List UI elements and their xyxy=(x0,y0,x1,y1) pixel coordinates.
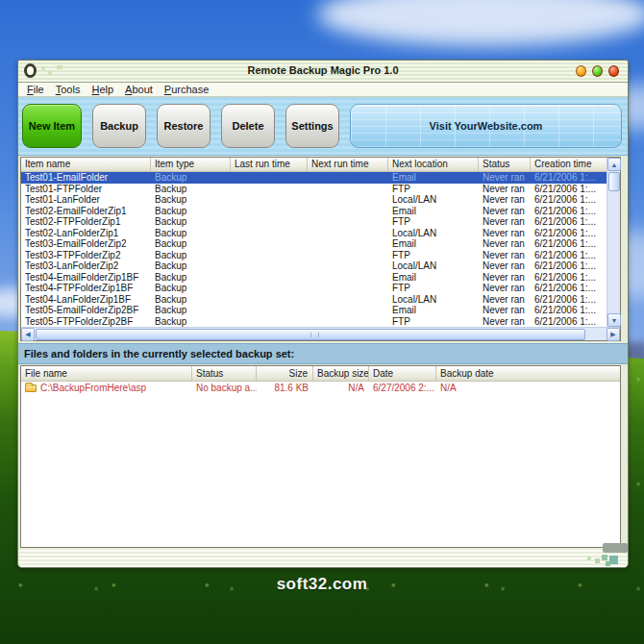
column-header[interactable]: Size xyxy=(257,366,313,381)
cell-backup_date: N/A xyxy=(436,382,511,394)
cell-size: 81.6 KB xyxy=(257,382,313,394)
column-header[interactable]: Next location xyxy=(388,158,479,171)
menu-item-about[interactable]: About xyxy=(125,84,153,95)
cell-location: FTP xyxy=(388,184,479,195)
table-row[interactable]: Test02-EmailFolderZip1BackupEmailNever r… xyxy=(21,206,607,217)
delete-button[interactable]: Delete xyxy=(221,104,275,148)
menu-item-tools[interactable]: Tools xyxy=(56,84,81,95)
table-row[interactable]: Test04-LanFolderZip1BFBackupLocal/LANNev… xyxy=(21,294,607,306)
cell-next_run xyxy=(308,172,388,184)
cell-type: Backup xyxy=(151,194,231,206)
vertical-scrollbar-thumb[interactable] xyxy=(608,172,620,191)
table-row[interactable]: Test04-FTPFolderZip1BFBackupFTPNever ran… xyxy=(21,283,607,294)
minimize-button[interactable] xyxy=(576,65,586,77)
horizontal-scrollbar-thumb[interactable] xyxy=(36,329,585,340)
cell-created: 6/21/2006 1:... xyxy=(531,172,607,184)
scroll-up-button[interactable]: ▲ xyxy=(607,158,621,171)
cell-name: Test02-FTPFolderZip1 xyxy=(21,216,151,228)
cell-status: Never ran xyxy=(479,184,531,195)
table-row[interactable]: Test01-EmailFolderBackupEmailNever ran6/… xyxy=(21,172,607,184)
cell-next_run xyxy=(308,184,388,195)
table-row[interactable]: Test03-FTPFolderZip2BackupFTPNever ran6/… xyxy=(21,250,607,261)
menu-item-file[interactable]: File xyxy=(27,84,44,95)
desktop: soft32.com Remote Backup Magic Pro 1.0 F… xyxy=(0,0,644,644)
column-header[interactable]: Last run time xyxy=(231,158,308,171)
cell-location: Local/LAN xyxy=(388,228,479,239)
table-row[interactable]: Test02-LanFolderZip1BackupLocal/LANNever… xyxy=(21,228,607,239)
menu-item-purchase[interactable]: Purchase xyxy=(164,84,209,95)
cell-status: Never ran xyxy=(479,194,531,206)
horizontal-scrollbar[interactable]: ◀ ▶ xyxy=(21,327,620,340)
scroll-down-button[interactable]: ▼ xyxy=(607,313,621,327)
settings-button[interactable]: Settings xyxy=(285,104,339,148)
scroll-left-button[interactable]: ◀ xyxy=(21,328,35,341)
column-header[interactable]: Backup size xyxy=(313,366,369,381)
cell-name: Test04-LanFolderZip1BF xyxy=(21,294,151,306)
table-row[interactable]: Test03-LanFolderZip2BackupLocal/LANNever… xyxy=(21,260,607,272)
column-header[interactable]: Backup date xyxy=(436,366,511,381)
backup-table-header: Item nameItem typeLast run timeNext run … xyxy=(21,158,607,172)
column-header[interactable]: Item name xyxy=(21,158,151,171)
cell-status: Never ran xyxy=(479,172,531,184)
table-row[interactable]: Test05-EmailFolderZip2BFBackupEmailNever… xyxy=(21,305,607,316)
column-header[interactable]: Status xyxy=(192,366,257,381)
column-header[interactable]: Item type xyxy=(151,158,231,171)
grip-decoration xyxy=(587,557,591,560)
cell-created: 6/21/2006 1:... xyxy=(531,283,607,294)
column-header[interactable]: Next run time xyxy=(308,158,388,171)
scroll-right-button[interactable]: ▶ xyxy=(607,328,620,341)
file-row[interactable]: C:\BackupFromHere\aspNo backup a...81.6 … xyxy=(21,382,620,394)
grip-decoration xyxy=(602,555,607,560)
visit-website-button[interactable]: Visit YourWebsite.com xyxy=(350,104,622,148)
restore-button[interactable]: Restore xyxy=(157,104,211,148)
titlebar[interactable]: Remote Backup Magic Pro 1.0 xyxy=(18,61,628,83)
cell-last_run xyxy=(231,216,308,228)
files-table-body: C:\BackupFromHere\aspNo backup a...81.6 … xyxy=(21,382,620,394)
new-item-button[interactable]: New Item xyxy=(22,104,82,148)
cell-type: Backup xyxy=(151,172,231,184)
cell-status: Never ran xyxy=(479,216,531,228)
cell-created: 6/21/2006 1:... xyxy=(531,260,607,272)
cell-last_run xyxy=(231,228,308,239)
folder-icon xyxy=(25,384,37,392)
cell-last_run xyxy=(231,184,308,195)
menu-item-help[interactable]: Help xyxy=(91,84,113,95)
table-row[interactable]: Test03-EmailFolderZip2BackupEmailNever r… xyxy=(21,238,607,250)
table-row[interactable]: Test05-FTPFolderZip2BFBackupFTPNever ran… xyxy=(21,316,607,328)
resize-grip-icon[interactable] xyxy=(609,556,618,564)
cell-next_run xyxy=(308,283,388,294)
cell-created: 6/21/2006 1:... xyxy=(531,294,607,306)
table-row[interactable]: Test02-FTPFolderZip1BackupFTPNever ran6/… xyxy=(21,216,607,228)
window-grip[interactable] xyxy=(18,550,628,567)
maximize-button[interactable] xyxy=(592,65,603,77)
table-row[interactable]: Test04-EmailFolderZip1BFBackupEmailNever… xyxy=(21,272,607,284)
cell-status: Never ran xyxy=(479,228,531,239)
backup-button[interactable]: Backup xyxy=(92,104,146,148)
close-button[interactable] xyxy=(608,65,619,77)
cell-last_run xyxy=(231,294,308,306)
cell-name: Test02-LanFolderZip1 xyxy=(21,228,151,239)
cell-name: Test03-LanFolderZip2 xyxy=(21,260,151,272)
cell-last_run xyxy=(231,238,308,250)
column-header[interactable]: Date xyxy=(369,366,436,381)
cell-status: Never ran xyxy=(479,238,531,250)
column-header[interactable]: Status xyxy=(479,158,531,171)
cell-next_run xyxy=(308,216,388,228)
backup-list-content: Item nameItem typeLast run timeNext run … xyxy=(21,158,607,327)
column-header[interactable]: File name xyxy=(21,366,192,381)
app-window: Remote Backup Magic Pro 1.0 FileToolsHel… xyxy=(17,60,629,568)
backup-table-body: Test01-EmailFolderBackupEmailNever ran6/… xyxy=(21,172,607,327)
cell-created: 6/21/2006 1:... xyxy=(531,206,607,217)
cell-location: Local/LAN xyxy=(388,294,479,306)
files-list: File nameStatusSizeBackup sizeDateBackup… xyxy=(20,365,621,548)
cell-next_run xyxy=(308,228,388,239)
cell-location: Email xyxy=(388,172,479,184)
toolbar: New Item Backup Restore Delete Settings … xyxy=(18,97,628,156)
table-row[interactable]: Test01-FTPFolderBackupFTPNever ran6/21/2… xyxy=(21,184,607,195)
column-header[interactable]: Creation time xyxy=(531,158,607,171)
cell-type: Backup xyxy=(151,216,231,228)
cell-location: FTP xyxy=(388,316,479,328)
table-row[interactable]: Test01-LanFolderBackupLocal/LANNever ran… xyxy=(21,194,607,206)
vertical-scrollbar[interactable]: ▲ ▼ xyxy=(607,158,620,327)
grip-decoration xyxy=(603,543,628,553)
